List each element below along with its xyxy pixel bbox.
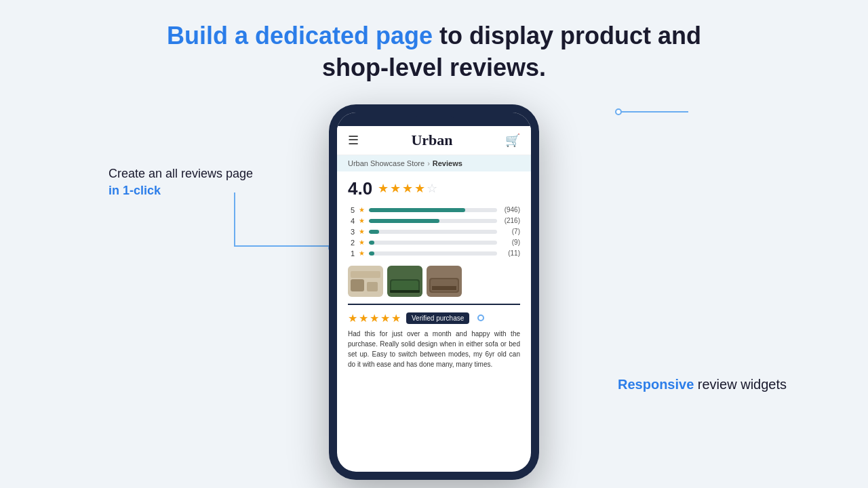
star-5: ☆	[427, 181, 437, 196]
rating-row-5: 5 ★ (946)	[348, 206, 520, 214]
bar-bg-4	[369, 219, 497, 223]
annotation-line-right	[620, 111, 688, 113]
left-annotation-text: Create an all reviews page in 1-click	[108, 165, 253, 199]
overall-rating: 4.0 ★ ★ ★ ★ ☆	[348, 178, 520, 199]
photo-thumb-2[interactable]	[387, 266, 422, 297]
left-annotation: Create an all reviews page in 1-click	[108, 165, 253, 199]
rating-number: 4.0	[348, 178, 372, 199]
bar-bg-5	[369, 208, 497, 212]
phone-screen: ☰ Urban 🛒 Urban Showcase Store › Reviews…	[337, 113, 531, 472]
cart-icon[interactable]: 🛒	[505, 133, 520, 148]
bar-fill-1	[369, 251, 374, 256]
bar-bg-3	[369, 230, 497, 234]
star-2: ★	[390, 181, 401, 196]
bar-fill-4	[369, 219, 439, 223]
svg-rect-2	[367, 282, 378, 291]
verified-badge: Verified purchase	[406, 312, 469, 324]
right-annotation-text: Responsive review widgets	[618, 375, 787, 393]
headline-highlight: Build a dedicated page	[167, 22, 433, 49]
photo-row	[348, 266, 520, 297]
review-stars: ★ ★ ★ ★ ★	[348, 312, 401, 325]
review-card: ★ ★ ★ ★ ★ Verified purchase Had this for…	[348, 312, 520, 375]
svg-rect-7	[390, 290, 420, 293]
rating-row-1: 1 ★ (11)	[348, 249, 520, 258]
rating-row-4: 4 ★ (216)	[348, 217, 520, 225]
svg-rect-1	[351, 279, 364, 291]
responsive-label: Responsive	[618, 377, 694, 392]
app-header: ☰ Urban 🛒	[337, 126, 531, 155]
hamburger-icon[interactable]: ☰	[348, 133, 359, 148]
reviews-section: 4.0 ★ ★ ★ ★ ☆ 5 ★ (	[337, 171, 531, 382]
photo-thumb-1[interactable]	[348, 266, 383, 297]
photo-thumb-3[interactable]	[427, 266, 462, 297]
bar-fill-3	[369, 230, 379, 234]
annotation-line-left	[234, 192, 329, 247]
star-4: ★	[414, 181, 425, 196]
svg-rect-11	[432, 286, 456, 290]
star-1: ★	[378, 181, 389, 196]
bar-bg-1	[369, 251, 497, 256]
star-3: ★	[402, 181, 413, 196]
bar-fill-2	[369, 241, 374, 245]
right-annotation: Responsive review widgets	[618, 375, 787, 393]
rating-row-3: 3 ★ (7)	[348, 228, 520, 236]
review-header: ★ ★ ★ ★ ★ Verified purchase	[348, 312, 520, 325]
headline: Build a dedicated page to display produc…	[167, 20, 701, 84]
bar-fill-5	[369, 208, 465, 212]
breadcrumb: Urban Showcase Store › Reviews	[337, 155, 531, 171]
rating-row-2: 2 ★ (9)	[348, 239, 520, 247]
section-divider	[348, 304, 520, 305]
notch-pill	[414, 116, 454, 123]
annotation-dot-right	[615, 108, 622, 115]
app-title: Urban	[411, 131, 452, 149]
one-click-label: in 1-click	[108, 184, 161, 197]
phone-mockup: ☰ Urban 🛒 Urban Showcase Store › Reviews…	[329, 104, 539, 480]
overall-stars: ★ ★ ★ ★ ☆	[378, 181, 437, 196]
svg-rect-6	[391, 281, 418, 291]
svg-rect-3	[351, 271, 380, 278]
phone-notch	[337, 113, 531, 126]
main-content: Create an all reviews page in 1-click ☰ …	[0, 104, 868, 480]
breadcrumb-store: Urban Showcase Store	[348, 159, 425, 167]
breadcrumb-page: Reviews	[433, 159, 462, 167]
bar-bg-2	[369, 241, 497, 245]
rating-bars: 5 ★ (946) 4 ★ (216) 3 ★	[348, 206, 520, 258]
verified-dot	[477, 314, 484, 321]
review-text: Had this for just over a month and happy…	[348, 329, 520, 369]
breadcrumb-separator: ›	[427, 159, 430, 167]
